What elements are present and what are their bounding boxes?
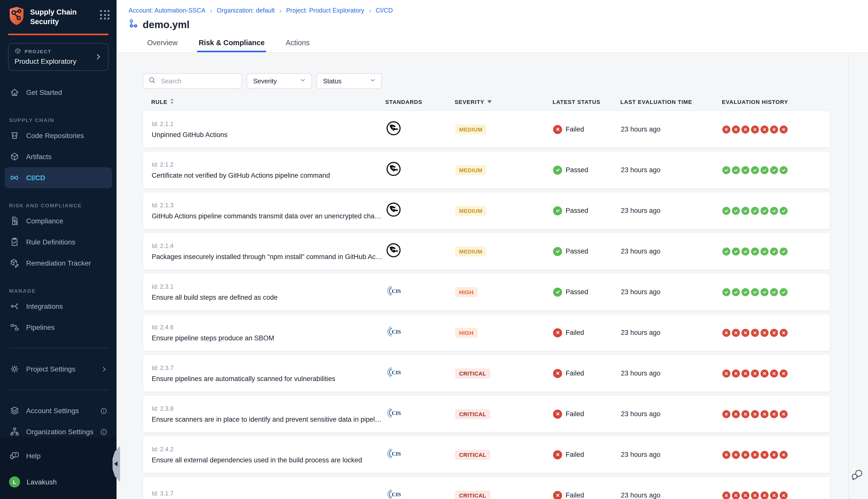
rule-row[interactable]: Id: 2.1.3 GitHub Actions pipeline comman… — [143, 192, 830, 229]
severity-badge: HIGH — [455, 328, 478, 338]
breadcrumb-link[interactable]: Project: Product Exploratory — [286, 7, 364, 14]
rule-row[interactable]: Id: 2.3.8 Ensure scanners are in place t… — [143, 395, 830, 433]
evaluation-history — [722, 329, 830, 337]
rule-cell: Id: 3.1.7 — [152, 490, 386, 499]
history-passed-icon — [780, 247, 788, 255]
breadcrumb-link[interactable]: CI/CD — [376, 7, 393, 14]
tab-overview[interactable]: Overview — [146, 39, 179, 52]
rule-row[interactable]: Id: 3.1.7 CIS CRITICAL Failed 23 hours a… — [143, 476, 830, 499]
standards-cell — [386, 242, 455, 260]
rule-id: Id: 2.3.7 — [152, 364, 386, 371]
sidebar-item-integrations[interactable]: Integrations — [0, 296, 117, 317]
info-icon[interactable] — [100, 407, 108, 414]
owasp-icon — [386, 161, 401, 179]
history-passed-icon — [770, 166, 778, 174]
rule-row[interactable]: Id: 2.1.1 Unpinned GitHub Actions MEDIUM… — [143, 110, 830, 148]
sidebar-item-pipelines[interactable]: Pipelines — [0, 317, 117, 338]
evaluation-history — [722, 166, 830, 174]
sidebar-item-account-settings[interactable]: Account Settings — [0, 400, 117, 421]
tab-risk-compliance[interactable]: Risk & Compliance — [197, 39, 266, 52]
rule-name: Ensure pipelines are automatically scann… — [152, 375, 386, 382]
breadcrumb-separator: › — [210, 7, 212, 14]
rule-id: Id: 2.1.4 — [152, 242, 386, 249]
status-filter-dropdown[interactable]: Status — [316, 73, 382, 89]
severity-filter-dropdown[interactable]: Severity — [246, 73, 312, 89]
tab-actions[interactable]: Actions — [284, 39, 311, 52]
pipelines-icon — [9, 322, 20, 332]
latest-status-cell: Failed — [553, 491, 621, 499]
help-chat-icon: ? — [9, 451, 20, 461]
sidebar-item-label: Code Repositories — [26, 132, 84, 139]
evaluation-history — [722, 247, 830, 255]
column-label: LATEST STATUS — [553, 99, 600, 105]
info-icon[interactable] — [100, 428, 108, 436]
latest-status-cell: Failed — [553, 410, 621, 418]
status-label: Passed — [566, 288, 588, 296]
sidebar: Supply Chain Security PROJECT Product Ex… — [0, 0, 117, 499]
sidebar-item-rule-definitions[interactable]: Rule Definitions — [0, 231, 117, 253]
svg-text:CIS: CIS — [392, 288, 401, 294]
document-search-icon — [9, 216, 20, 226]
severity-cell: MEDIUM — [455, 206, 553, 216]
sidebar-item-artifacts[interactable]: Artifacts — [0, 146, 117, 167]
column-header-severity[interactable]: SEVERITY — [455, 99, 553, 105]
history-failed-icon — [751, 491, 759, 499]
search-input[interactable] — [160, 77, 237, 85]
rule-row[interactable]: Id: 2.4.6 Ensure pipeline steps produce … — [143, 314, 830, 351]
rule-row[interactable]: Id: 2.3.1 Ensure all build steps are def… — [143, 273, 830, 311]
breadcrumb-link[interactable]: Account: Automation-SSCA — [129, 7, 205, 14]
project-selector[interactable]: PROJECT Product Exploratory — [8, 43, 108, 71]
sidebar-item-remediation-tracker[interactable]: Remediation Tracker — [0, 253, 117, 273]
column-header-rule[interactable]: RULE — [151, 98, 385, 106]
history-passed-icon — [751, 288, 759, 296]
history-passed-icon — [780, 207, 788, 215]
sidebar-item-project-settings[interactable]: Project Settings — [0, 358, 117, 379]
history-passed-icon — [751, 166, 759, 174]
last-evaluation-time: 23 hours ago — [621, 247, 722, 255]
history-failed-icon — [780, 451, 788, 459]
breadcrumb-link[interactable]: Organization: default — [217, 7, 275, 14]
rule-row[interactable]: Id: 2.3.7 Ensure pipelines are automatic… — [143, 354, 830, 392]
failed-status-icon — [553, 125, 562, 134]
severity-badge: MEDIUM — [455, 124, 486, 134]
nav-section-label: RISK AND COMPLIANCE — [0, 202, 117, 208]
latest-status-cell: Passed — [553, 247, 621, 256]
help-button[interactable]: ? Help — [0, 446, 117, 466]
rule-name: Unpinned GitHub Actions — [152, 131, 386, 138]
chat-support-icon[interactable] — [851, 468, 864, 484]
brand-accent-rule — [8, 34, 108, 35]
history-passed-icon — [760, 288, 769, 296]
last-evaluation-time: 23 hours ago — [621, 207, 722, 214]
history-passed-icon — [732, 207, 740, 215]
severity-cell: HIGH — [455, 328, 553, 338]
history-failed-icon — [770, 451, 778, 459]
sidebar-item-organization-settings[interactable]: Organization Settings — [0, 421, 117, 438]
sidebar-item-ci-cd[interactable]: CI/CD — [4, 167, 112, 188]
svg-text:?: ? — [14, 453, 16, 457]
sidebar-item-label: Artifacts — [26, 153, 51, 161]
sidebar-item-code-repositories[interactable]: Code Repositories — [0, 125, 117, 146]
severity-cell: HIGH — [455, 287, 553, 297]
layers-icon — [9, 405, 20, 416]
sidebar-item-get-started[interactable]: Get Started — [0, 82, 117, 103]
history-passed-icon — [732, 288, 740, 296]
sidebar-item-compliance[interactable]: Compliance — [0, 210, 117, 231]
rule-cell: Id: 2.1.4 Packages insecurely installed … — [152, 242, 386, 260]
status-label: Failed — [566, 451, 584, 458]
evaluation-history — [722, 410, 830, 418]
history-failed-icon — [751, 451, 759, 459]
user-menu[interactable]: L Lavakush — [0, 472, 117, 492]
rule-cell: Id: 2.4.6 Ensure pipeline steps produce … — [152, 324, 386, 342]
breadcrumb-separator: › — [279, 7, 281, 14]
owasp-icon — [386, 242, 401, 260]
passed-status-icon — [553, 247, 562, 256]
rule-row[interactable]: Id: 2.1.2 Certificate not verified by Gi… — [143, 151, 830, 189]
history-failed-icon — [742, 125, 749, 133]
rule-name: GitHub Actions pipeline commands transmi… — [152, 212, 386, 220]
history-failed-icon — [722, 329, 731, 337]
sort-desc-icon — [487, 99, 492, 105]
app-switcher-grid-icon[interactable] — [100, 10, 109, 20]
rule-row[interactable]: Id: 2.4.2 Ensure all external dependenci… — [143, 436, 830, 473]
rule-row[interactable]: Id: 2.1.4 Packages insecurely installed … — [143, 232, 830, 270]
history-passed-icon — [722, 247, 731, 255]
